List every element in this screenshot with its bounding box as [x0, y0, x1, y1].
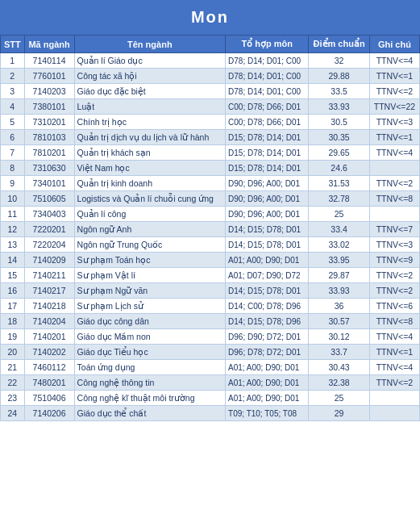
table-cell: 30.57: [309, 314, 370, 329]
table-cell: A01; A00; D90; D01: [226, 360, 309, 375]
table-cell: 7510605: [24, 191, 74, 207]
table-cell: 12: [1, 222, 25, 237]
table-cell: 7140206: [24, 406, 74, 421]
table-row: 217460112Toán ứng dụngA01; A00; D90; D01…: [1, 360, 420, 375]
table-cell: 25: [309, 391, 370, 406]
table-cell: 7140218: [24, 299, 74, 314]
table-cell: T09; T10; T05; T08: [226, 406, 309, 421]
table-cell: Quản trị kinh doanh: [74, 176, 225, 191]
header-title: Mon: [0, 0, 420, 35]
table-row: 27760101Công tác xã hộiD78; D14; D01; C0…: [1, 69, 420, 84]
table-cell: 36: [309, 299, 370, 314]
table-cell: Giáo dục thể chất: [74, 406, 225, 421]
table-cell: D78; D14; D01; C00: [226, 69, 309, 84]
table-cell: TTNV<=2: [369, 375, 419, 391]
table-cell: 11: [1, 207, 25, 222]
table-cell: Quản trị dịch vụ du lịch và lữ hành: [74, 130, 225, 145]
table-cell: Công nghệ thông tin: [74, 375, 225, 391]
table-cell: 30.43: [309, 360, 370, 375]
col-diem-chuan: Điểm chuẩn: [309, 36, 370, 53]
table-cell: Sư phạm Lịch sử: [74, 299, 225, 314]
table-cell: 33.7: [309, 345, 370, 360]
table-row: 177140218Sư phạm Lịch sửD14; C00; D78; D…: [1, 299, 420, 314]
table-cell: 29.65: [309, 145, 370, 161]
table-row: 127220201Ngôn ngữ AnhD14; D15; D78; D013…: [1, 222, 420, 237]
table-cell: 7810201: [24, 145, 74, 161]
table-cell: TTNV<=8: [369, 314, 419, 329]
table-cell: 8: [1, 161, 25, 176]
table-cell: 13: [1, 237, 25, 253]
table-cell: 9: [1, 176, 25, 191]
table-row: 167140217Sư phạm Ngữ vănD14; D15; D78; D…: [1, 283, 420, 299]
table-cell: D14; C00; D78; D96: [226, 299, 309, 314]
table-cell: TTNV<=8: [369, 191, 419, 207]
table-cell: 7310630: [24, 161, 74, 176]
table-cell: 7310201: [24, 115, 74, 130]
table-cell: Giáo dục Mầm non: [74, 329, 225, 345]
table-cell: 7140209: [24, 253, 74, 268]
table-cell: TTNV<=2: [369, 176, 419, 191]
table-cell: D96; D90; D72; D01: [226, 329, 309, 345]
table-cell: Giáo dục đặc biệt: [74, 84, 225, 99]
table-cell: 33.5: [309, 84, 370, 99]
table-cell: TTNV<=9: [369, 253, 419, 268]
table-row: 237510406Công nghệ kĩ thuật môi trườngA0…: [1, 391, 420, 406]
table-cell: [369, 391, 419, 406]
table-cell: 25: [309, 207, 370, 222]
col-ten-nganh: Tên ngành: [74, 36, 225, 53]
table-cell: TTNV<=2: [369, 283, 419, 299]
table-cell: D90; D96; A00; D01: [226, 207, 309, 222]
table-cell: Công tác xã hội: [74, 69, 225, 84]
table-cell: 31.53: [309, 176, 370, 191]
table-cell: 3: [1, 84, 25, 99]
table-cell: Giáo dục công dân: [74, 314, 225, 329]
table-cell: TTNV<=4: [369, 360, 419, 375]
table-cell: 33.95: [309, 253, 370, 268]
table-cell: TTNV<=3: [369, 115, 419, 130]
table-cell: TTNV<=7: [369, 222, 419, 237]
table-cell: D14; D15; D78; D01: [226, 237, 309, 253]
table-cell: A01; A00; D90; D01: [226, 253, 309, 268]
col-to-hop-mon: Tổ hợp môn: [226, 36, 309, 53]
table-cell: 30.12: [309, 329, 370, 345]
table-cell: D90; D96; A00; D01: [226, 191, 309, 207]
table-row: 107510605Logistics và Quản lí chuỗi cung…: [1, 191, 420, 207]
table-row: 147140209Sư phạm Toán họcA01; A00; D90; …: [1, 253, 420, 268]
table-cell: 6: [1, 130, 25, 145]
table-cell: [369, 161, 419, 176]
table-cell: TTNV<=4: [369, 53, 419, 69]
table-cell: 15: [1, 268, 25, 283]
table-row: 87310630Việt Nam họcD15; D78; D14; D0124…: [1, 161, 420, 176]
table-row: 97340101Quản trị kinh doanhD90; D96; A00…: [1, 176, 420, 191]
table-cell: 24.6: [309, 161, 370, 176]
table-row: 187140204Giáo dục công dânD14; D15; D78;…: [1, 314, 420, 329]
table-cell: TTNV<=4: [369, 329, 419, 345]
table-row: 37140203Giáo dục đặc biệtD78; D14; D01; …: [1, 84, 420, 99]
table-cell: 7140217: [24, 283, 74, 299]
table-row: 67810103Quản trị dịch vụ du lịch và lữ h…: [1, 130, 420, 145]
table-cell: TTNV<=1: [369, 130, 419, 145]
table-cell: Quản lí Giáo dục: [74, 53, 225, 69]
table-row: 247140206Giáo dục thể chấtT09; T10; T05;…: [1, 406, 420, 421]
table-cell: 7460112: [24, 360, 74, 375]
table-cell: Logistics và Quản lí chuỗi cung ứng: [74, 191, 225, 207]
table-cell: 7810103: [24, 130, 74, 145]
table-cell: C00; D78; D66; D01: [226, 115, 309, 130]
table-cell: 29.87: [309, 268, 370, 283]
table-cell: 4: [1, 99, 25, 115]
table-cell: TTNV<=4: [369, 145, 419, 161]
table-cell: TTNV<=6: [369, 299, 419, 314]
table-row: 137220204Ngôn ngữ Trung QuốcD14; D15; D7…: [1, 237, 420, 253]
table-cell: Sư phạm Vật lí: [74, 268, 225, 283]
table-cell: Toán ứng dụng: [74, 360, 225, 375]
table-cell: D78; D14; D01; C00: [226, 53, 309, 69]
table-cell: [369, 207, 419, 222]
table-cell: TTNV<=1: [369, 345, 419, 360]
table-cell: 7220201: [24, 222, 74, 237]
table-cell: 5: [1, 115, 25, 130]
table-cell: 7220204: [24, 237, 74, 253]
main-table: STT Mã ngành Tên ngành Tổ hợp môn Điểm c…: [0, 35, 420, 421]
col-ma-nganh: Mã ngành: [24, 36, 74, 53]
table-cell: 14: [1, 253, 25, 268]
table-cell: 7140201: [24, 329, 74, 345]
